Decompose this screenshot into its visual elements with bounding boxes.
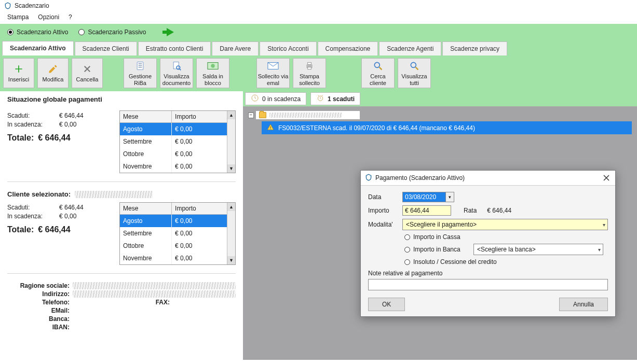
scroll-down-icon[interactable]: ▼ — [227, 256, 235, 264]
tab-scadenze-privacy[interactable]: Scadenze privacy — [442, 41, 507, 55]
importo-label: Importo — [368, 207, 397, 214]
x-icon — [82, 63, 93, 75]
fax-label: FAX: — [139, 299, 170, 306]
radio-scadenzario-attivo[interactable]: Scadenzario Attivo — [7, 29, 68, 36]
tree-area: − FS0032/ESTERNA scad. il 09/07/2020 di … — [243, 107, 637, 138]
dialog-icon — [365, 174, 372, 183]
cliente-table[interactable]: Mese Importo Agosto€ 0,00 Settembre€ 0,0… — [119, 202, 236, 265]
cliente-totale-label: Totale: — [7, 225, 34, 234]
menu-stampa[interactable]: Stampa — [7, 13, 29, 21]
banca-dropdown[interactable]: <Scegliere la banca> ▾ — [473, 244, 603, 255]
salda-in-blocco-button[interactable]: Salda in blocco — [196, 58, 229, 88]
importo-input[interactable]: € 646,44 — [402, 205, 451, 216]
alarm-icon — [316, 94, 324, 104]
cliente-row[interactable]: Novembre€ 0,00 — [120, 252, 235, 264]
tab-compensazione[interactable]: Compensazione — [318, 41, 378, 55]
tab-dare-avere[interactable]: Dare Avere — [212, 41, 259, 55]
sollecito-email-button[interactable]: Sollecito via emal — [256, 58, 290, 88]
global-title: Situazione globale pagamenti — [7, 95, 236, 103]
note-input[interactable] — [368, 279, 608, 290]
radio-scadenzario-passivo[interactable]: Scadenzario Passivo — [78, 29, 146, 36]
global-table[interactable]: Mese Importo Agosto€ 0,00 Settembre€ 0,0… — [119, 110, 236, 173]
tree-collapse-icon[interactable]: − — [248, 113, 254, 118]
modifica-button[interactable]: Modifica — [37, 58, 69, 88]
menu-help[interactable]: ? — [69, 13, 72, 21]
global-table-scrollbar[interactable]: ▲▼ — [227, 111, 235, 173]
cliente-table-scrollbar[interactable]: ▲▼ — [227, 203, 235, 264]
cliente-row[interactable]: Ottobre€ 0,00 — [120, 240, 235, 252]
cerca-cliente-button[interactable]: Cerca cliente — [361, 58, 395, 88]
cancella-button[interactable]: Cancella — [72, 58, 103, 88]
tab-storico-acconti[interactable]: Storico Acconti — [260, 41, 316, 55]
cliente-inscad-label: In scadenza: — [7, 213, 55, 220]
visualizza-tutti-button[interactable]: Visualizza tutti — [398, 58, 431, 88]
tab-scadenze-clienti[interactable]: Scadenze Clienti — [75, 41, 137, 55]
telefono-label: Telefono: — [7, 299, 70, 306]
pagamento-dialog: Pagamento (Scadenzario Attivo) Data 03/0… — [360, 170, 616, 317]
chip-in-scadenza[interactable]: 0 in scadenza — [245, 92, 306, 105]
global-row[interactable]: Novembre€ 0,00 — [120, 160, 235, 173]
menu-opzioni[interactable]: Opzioni — [38, 13, 59, 21]
cliente-scaduti-value: € 646,44 — [59, 204, 84, 211]
scroll-up-icon[interactable]: ▲ — [227, 203, 235, 211]
tree-root[interactable] — [256, 111, 360, 119]
stampa-sollecito-button[interactable]: Stampa sollecito — [293, 58, 326, 88]
global-row[interactable]: Ottobre€ 0,00 — [120, 148, 235, 160]
radio-importo-cassa[interactable]: Importo in Cassa — [404, 233, 608, 241]
global-row[interactable]: Agosto€ 0,00 — [120, 123, 235, 135]
indirizzo-value — [73, 290, 236, 298]
cliente-totale-value: € 646,44 — [38, 225, 70, 234]
scroll-up-icon[interactable]: ▲ — [227, 111, 235, 119]
ragione-value — [73, 282, 236, 289]
warning-icon — [267, 123, 274, 132]
cliente-th-importo[interactable]: Importo — [172, 203, 235, 215]
iban-label: IBAN: — [7, 324, 70, 331]
svg-rect-12 — [308, 67, 311, 69]
cliente-row[interactable]: Agosto€ 0,00 — [120, 215, 235, 227]
window-title: Scadenzario — [15, 2, 49, 9]
rata-value: € 646,44 — [487, 207, 511, 214]
indirizzo-label: Indirizzo: — [7, 290, 70, 298]
cliente-title: Cliente selezionato: — [7, 190, 71, 198]
tree-item-scadenza[interactable]: FS0032/ESTERNA scad. il 09/07/2020 di € … — [262, 121, 632, 134]
global-th-importo[interactable]: Importo — [172, 111, 235, 123]
radio-attivo-label: Scadenzario Attivo — [17, 29, 68, 36]
chevron-down-icon: ▾ — [598, 247, 601, 253]
modalita-dropdown[interactable]: <Scegliere il pagamento> ▾ — [402, 219, 608, 230]
banca-value — [73, 315, 236, 323]
email-label: EMail: — [7, 307, 70, 314]
rata-label: Rata — [464, 207, 477, 214]
plus-icon — [13, 63, 24, 75]
visualizza-documento-button[interactable]: Visualizza documento — [160, 58, 193, 88]
telefono-value — [73, 299, 135, 306]
tab-scadenze-agenti[interactable]: Scadenze Agenti — [379, 41, 441, 55]
scroll-down-icon[interactable]: ▼ — [227, 164, 235, 173]
global-row[interactable]: Settembre€ 0,00 — [120, 135, 235, 148]
date-picker-button[interactable]: ▾ — [446, 192, 454, 202]
menubar: Stampa Opzioni ? — [0, 11, 637, 24]
dialog-close-button[interactable] — [602, 173, 611, 183]
radio-importo-banca[interactable]: Importo in Banca <Scegliere la banca> ▾ — [404, 244, 608, 255]
radio-insoluto[interactable]: Insoluto / Cessione del credito — [404, 258, 608, 265]
data-label: Data — [368, 193, 397, 201]
email-value — [73, 307, 236, 314]
right-status-bar: 0 in scadenza 1 scaduti — [243, 91, 637, 107]
data-input[interactable]: 03/08/2020 — [402, 192, 446, 202]
iban-value — [73, 324, 236, 331]
tab-estratto-conto[interactable]: Estratto conto Clienti — [138, 41, 211, 55]
chip-scaduti[interactable]: 1 scaduti — [310, 92, 360, 105]
pencil-icon — [47, 63, 59, 75]
gestione-riba-button[interactable]: Gestione RiBa — [124, 58, 157, 88]
address-block: Ragione sociale: Indirizzo: Telefono: FA… — [7, 282, 236, 331]
cliente-row[interactable]: Settembre€ 0,00 — [120, 227, 235, 240]
global-totale-label: Totale: — [7, 133, 34, 143]
tab-scadenzario-attivo[interactable]: Scadenzario Attivo — [2, 41, 74, 55]
global-th-mese[interactable]: Mese — [120, 111, 172, 123]
svg-point-15 — [411, 63, 416, 68]
cliente-th-mese[interactable]: Mese — [120, 203, 172, 215]
ok-button[interactable]: OK — [368, 298, 405, 311]
calendar-clock-icon — [251, 94, 259, 104]
annulla-button[interactable]: Annulla — [559, 298, 608, 311]
inserisci-button[interactable]: Inserisci — [3, 58, 34, 88]
search-icon — [372, 60, 384, 72]
